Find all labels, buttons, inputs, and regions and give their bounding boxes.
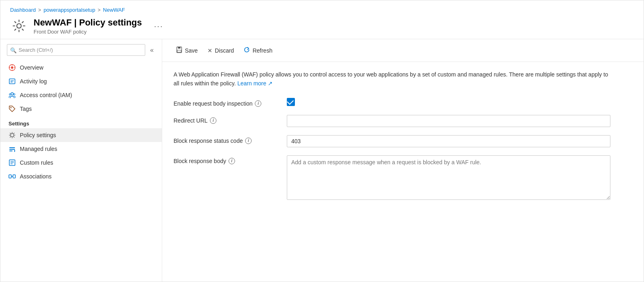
- form-row-redirect-url: Redirect URL i: [174, 115, 610, 127]
- sidebar-item-label-tags: Tags: [20, 106, 32, 112]
- overview-icon: [8, 64, 16, 71]
- block-body-textarea[interactable]: [287, 155, 610, 200]
- info-icon-redirect-url[interactable]: i: [210, 117, 216, 124]
- form-control-body-inspection: [287, 98, 610, 106]
- sidebar-item-label-iam: Access control (IAM): [20, 92, 72, 98]
- form-label-block-status: Block response status code i: [174, 135, 279, 144]
- sidebar-item-label-assoc: Associations: [20, 173, 52, 180]
- page-container: Dashboard > powerappsportalsetup > NewWA…: [0, 0, 644, 282]
- svg-rect-9: [11, 82, 13, 83]
- svg-point-2: [11, 66, 13, 69]
- sidebar-item-label-managed: Managed rules: [20, 146, 57, 152]
- svg-point-10: [11, 93, 13, 95]
- ellipsis-button[interactable]: ···: [151, 21, 167, 32]
- breadcrumb-dashboard[interactable]: Dashboard: [10, 7, 36, 13]
- svg-point-12: [13, 93, 15, 95]
- redirect-url-input[interactable]: [287, 115, 610, 127]
- sidebar-item-iam[interactable]: Access control (IAM): [0, 88, 162, 102]
- form-row-body-inspection: Enable request body inspection i: [174, 98, 610, 107]
- managed-icon: [8, 145, 16, 153]
- page-subtitle: Front Door WAF policy: [34, 29, 142, 35]
- page-title: NewWAF | Policy settings: [34, 17, 142, 28]
- discard-icon: ✕: [208, 47, 212, 54]
- main-layout: 🔍 « Overview: [0, 39, 644, 282]
- svg-rect-17: [9, 151, 13, 151]
- svg-rect-27: [178, 47, 180, 49]
- sidebar-item-activity[interactable]: Activity log: [0, 74, 162, 88]
- checkbox-body-inspection[interactable]: [287, 98, 295, 106]
- save-icon: [176, 47, 182, 54]
- learn-more-link[interactable]: Learn more ↗: [237, 80, 273, 87]
- sidebar-item-custom[interactable]: Custom rules: [0, 156, 162, 170]
- svg-rect-24: [13, 175, 15, 178]
- refresh-button[interactable]: Refresh: [239, 44, 276, 57]
- form-control-block-body: [287, 155, 610, 201]
- refresh-icon: [244, 47, 250, 54]
- info-icon-body-inspection[interactable]: i: [255, 100, 261, 107]
- label-text-body-inspection: Enable request body inspection: [174, 100, 252, 107]
- info-icon-block-body[interactable]: i: [229, 158, 235, 164]
- svg-rect-15: [9, 147, 15, 148]
- search-row: 🔍 «: [0, 44, 162, 56]
- form-row-block-body: Block response body i: [174, 155, 610, 201]
- label-text-block-status: Block response status code: [174, 138, 243, 144]
- activity-icon: [8, 78, 16, 85]
- form-section: Enable request body inspection i Redirec…: [174, 98, 610, 201]
- svg-point-14: [11, 134, 14, 137]
- label-text-redirect-url: Redirect URL: [174, 117, 208, 124]
- breadcrumb-sep-1: >: [38, 7, 41, 13]
- form-control-redirect-url: [287, 115, 610, 127]
- save-button[interactable]: Save: [172, 44, 202, 57]
- iam-icon: [8, 91, 16, 99]
- svg-rect-28: [177, 50, 181, 52]
- search-input-wrap: 🔍: [7, 44, 145, 56]
- content-area: Save ✕ Discard Refresh: [162, 39, 644, 282]
- sidebar-item-managed[interactable]: Managed rules: [0, 142, 162, 156]
- custom-icon: [8, 159, 16, 166]
- form-control-block-status: [287, 135, 610, 147]
- policy-icon: [8, 131, 16, 139]
- svg-rect-23: [9, 175, 11, 178]
- refresh-label: Refresh: [252, 47, 272, 54]
- svg-rect-16: [9, 149, 15, 150]
- sidebar: 🔍 « Overview: [0, 39, 162, 282]
- breadcrumb-setup[interactable]: powerappsportalsetup: [44, 7, 95, 13]
- content-body: A Web Application Firewall (WAF) policy …: [162, 62, 644, 209]
- search-input[interactable]: [7, 44, 145, 56]
- sidebar-item-overview[interactable]: Overview: [0, 61, 162, 74]
- form-row-block-status: Block response status code i: [174, 135, 610, 147]
- sidebar-item-assoc[interactable]: Associations: [0, 170, 162, 183]
- header-gear-icon: [10, 17, 28, 35]
- sidebar-item-label-policy: Policy settings: [20, 132, 56, 138]
- label-text-block-body: Block response body: [174, 158, 226, 164]
- breadcrumb-sep-2: >: [98, 7, 101, 13]
- collapse-sidebar-button[interactable]: «: [148, 45, 155, 55]
- sidebar-item-policy[interactable]: Policy settings: [0, 128, 162, 142]
- svg-rect-7: [9, 79, 15, 84]
- header-text: NewWAF | Policy settings Front Door WAF …: [34, 17, 142, 35]
- svg-point-0: [17, 24, 21, 28]
- svg-marker-18: [14, 150, 15, 152]
- search-icon: 🔍: [10, 47, 17, 53]
- toolbar: Save ✕ Discard Refresh: [162, 39, 644, 62]
- discard-button[interactable]: ✕ Discard: [203, 45, 238, 56]
- sidebar-item-tags[interactable]: Tags: [0, 102, 162, 116]
- svg-point-13: [11, 107, 12, 108]
- info-icon-block-status[interactable]: i: [245, 138, 252, 144]
- sidebar-item-label-activity: Activity log: [20, 78, 47, 85]
- discard-label: Discard: [215, 47, 234, 54]
- sidebar-item-label-custom: Custom rules: [20, 159, 53, 166]
- form-label-body-inspection: Enable request body inspection i: [174, 98, 279, 107]
- form-label-redirect-url: Redirect URL i: [174, 115, 279, 124]
- sidebar-item-label-overview: Overview: [20, 64, 43, 71]
- assoc-icon: [8, 173, 16, 180]
- breadcrumb-newwaf[interactable]: NewWAF: [103, 7, 125, 13]
- settings-section-label: Settings: [0, 116, 162, 128]
- block-status-input[interactable]: [287, 135, 610, 147]
- breadcrumb: Dashboard > powerappsportalsetup > NewWA…: [10, 7, 634, 13]
- tags-icon: [8, 105, 16, 112]
- svg-rect-8: [11, 81, 14, 81]
- form-label-block-body: Block response body i: [174, 155, 279, 164]
- save-label: Save: [185, 47, 198, 54]
- header: Dashboard > powerappsportalsetup > NewWA…: [0, 0, 644, 39]
